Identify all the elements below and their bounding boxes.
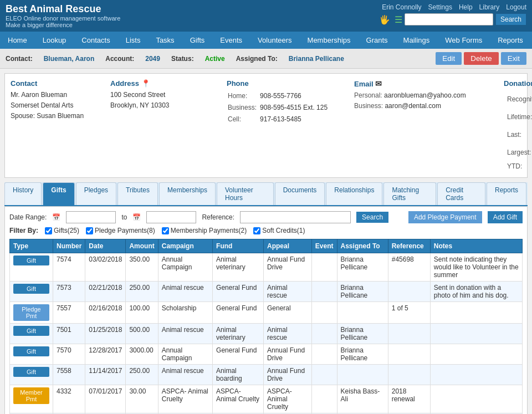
membership-filter[interactable]: Membership Payments(2) bbox=[162, 227, 247, 234]
date-cell: 03/02/2018 bbox=[85, 253, 126, 282]
fund-cell: General Fund bbox=[213, 344, 264, 365]
reference-label: Reference: bbox=[202, 213, 234, 221]
type-button[interactable]: Gift bbox=[13, 284, 49, 294]
fund-cell: General Fund bbox=[213, 302, 264, 324]
event-cell bbox=[311, 385, 337, 413]
amount-cell: 250.00 bbox=[126, 282, 158, 302]
nav-item-contacts[interactable]: Contacts bbox=[74, 32, 117, 49]
nav-item-volunteers[interactable]: Volunteers bbox=[250, 32, 299, 49]
amount-cell: 30.00 bbox=[126, 385, 158, 413]
contact-line: Mr. Aaron Blueman bbox=[11, 90, 105, 100]
account-label: Account: bbox=[105, 55, 134, 63]
user-name: Erin Connolly bbox=[382, 3, 421, 11]
edit-button[interactable]: Edit bbox=[436, 52, 462, 65]
tab-memberships[interactable]: Memberships bbox=[159, 182, 216, 205]
gifts-toolbar: Date Range: 📅 to 📅 Reference: Search Add… bbox=[9, 211, 523, 223]
appeal-cell: Annual Fund Drive bbox=[264, 253, 312, 282]
address-line: Brooklyn, NY 10303 bbox=[110, 100, 221, 111]
nav-item-events[interactable]: Events bbox=[212, 32, 250, 49]
table-row: Gift757302/21/2018250.00Animal rescueGen… bbox=[10, 282, 523, 302]
col-header-notes: Notes bbox=[430, 239, 522, 253]
add-gift-button[interactable]: Add Gift bbox=[488, 211, 523, 223]
tab-reports[interactable]: Reports bbox=[487, 182, 526, 205]
contact-value[interactable]: Blueman, Aaron bbox=[44, 55, 95, 63]
appeal-cell: Animal rescue bbox=[264, 324, 312, 344]
gifts-filter[interactable]: Gifts(25) bbox=[45, 227, 79, 234]
notes-cell bbox=[430, 302, 522, 324]
col-header-event: Event bbox=[311, 239, 337, 253]
nav-item-home[interactable]: Home bbox=[0, 32, 35, 49]
notes-cell: Sent note indicating they would like to … bbox=[430, 253, 522, 282]
delete-button[interactable]: Delete bbox=[464, 52, 499, 65]
exit-button[interactable]: Exit bbox=[501, 52, 526, 65]
number-cell: 7557 bbox=[53, 302, 85, 324]
tab-pledges[interactable]: Pledges bbox=[76, 182, 116, 205]
type-button[interactable]: Gift bbox=[13, 346, 49, 356]
home-value: 908-555-7766 bbox=[260, 91, 328, 101]
type-button[interactable]: Gift bbox=[13, 367, 49, 377]
tab-matching-gifts[interactable]: Matching Gifts bbox=[383, 182, 436, 205]
tab-credit-cards[interactable]: Credit Cards bbox=[437, 182, 485, 205]
search-gifts-button[interactable]: Search bbox=[356, 212, 388, 223]
search-button[interactable]: Search bbox=[495, 13, 526, 25]
nav-item-lookup[interactable]: Lookup bbox=[35, 32, 74, 49]
address-line: 100 Second Street bbox=[110, 90, 221, 100]
reference-input[interactable] bbox=[240, 211, 351, 223]
nav-item-memberships[interactable]: Memberships bbox=[300, 32, 359, 49]
membership-checkbox[interactable] bbox=[162, 227, 169, 234]
assigned-value: Brianna Pellicane bbox=[289, 55, 344, 63]
nav-item-tasks[interactable]: Tasks bbox=[148, 32, 182, 49]
contact-section-title: Contact bbox=[11, 79, 105, 88]
fund-cell: General Fund bbox=[213, 282, 264, 302]
soft-checkbox[interactable] bbox=[253, 227, 260, 234]
library-link[interactable]: Library bbox=[479, 3, 500, 11]
add-pledge-button[interactable]: Add Pledge Payment bbox=[408, 211, 482, 223]
campaign-cell: Animal rescue bbox=[158, 324, 212, 344]
settings-link[interactable]: Settings bbox=[428, 3, 452, 11]
gifts-checkbox[interactable] bbox=[45, 227, 52, 234]
logout-link[interactable]: Logout bbox=[506, 3, 526, 11]
pledge-checkbox[interactable] bbox=[86, 227, 93, 234]
tab-relationships[interactable]: Relationships bbox=[326, 182, 382, 205]
personal-email-label: Personal: bbox=[354, 91, 382, 99]
soft-filter[interactable]: Soft Credits(1) bbox=[253, 227, 305, 234]
event-cell bbox=[311, 365, 337, 385]
number-cell: 7558 bbox=[53, 365, 85, 385]
calendar-icon-from: 📅 bbox=[52, 213, 60, 221]
date-to-input[interactable] bbox=[146, 211, 196, 223]
type-button[interactable]: Pledge Pmt bbox=[13, 304, 49, 321]
tab-documents[interactable]: Documents bbox=[275, 182, 325, 205]
type-button[interactable]: Gift bbox=[13, 326, 49, 336]
email-section-title: Email ✉ bbox=[354, 79, 498, 88]
date-from-input[interactable] bbox=[66, 211, 116, 223]
app-subtitle: ELEO Online donor management software bbox=[6, 15, 120, 22]
tab-history[interactable]: History bbox=[4, 182, 42, 205]
tab-volunteer-hours[interactable]: Volunteer Hours bbox=[217, 182, 274, 205]
business-phone-label: Business: bbox=[228, 103, 259, 113]
search-input[interactable] bbox=[405, 13, 493, 25]
table-row: Pledge Pmt755702/16/2018100.00Scholarshi… bbox=[10, 302, 523, 324]
email-section: Email ✉ Personal: aaronblueman@yahoo.com… bbox=[354, 79, 498, 172]
tab-gifts[interactable]: Gifts bbox=[43, 182, 74, 205]
amount-cell: 500.00 bbox=[126, 324, 158, 344]
contact-card: Contact Mr. Aaron BluemanSomerset Dental… bbox=[4, 73, 528, 178]
help-link[interactable]: Help bbox=[459, 3, 473, 11]
nav-item-lists[interactable]: Lists bbox=[118, 32, 149, 49]
nav-item-web-forms[interactable]: Web Forms bbox=[437, 32, 490, 49]
nav-item-reports[interactable]: Reports bbox=[490, 32, 531, 49]
nav-item-gifts[interactable]: Gifts bbox=[182, 32, 213, 49]
reference-cell: #45698 bbox=[388, 253, 430, 282]
notes-cell bbox=[430, 344, 522, 365]
nav-item-mailings[interactable]: Mailings bbox=[396, 32, 438, 49]
pledge-filter[interactable]: Pledge Payments(8) bbox=[86, 227, 155, 234]
number-cell: 4332 bbox=[53, 385, 85, 413]
tab-tributes[interactable]: Tributes bbox=[117, 182, 158, 205]
gifts-table: TypeNumberDateAmountCampaignFundAppealEv… bbox=[9, 239, 523, 414]
nav-item-grants[interactable]: Grants bbox=[359, 32, 396, 49]
account-value[interactable]: 2049 bbox=[145, 55, 160, 63]
type-button[interactable]: Gift bbox=[13, 255, 49, 265]
type-button[interactable]: Member Pmt bbox=[13, 387, 49, 404]
app-branding: Best Animal Rescue ELEO Online donor man… bbox=[6, 3, 120, 28]
status-value: Active bbox=[205, 55, 225, 63]
date-cell: 02/16/2018 bbox=[85, 302, 126, 324]
